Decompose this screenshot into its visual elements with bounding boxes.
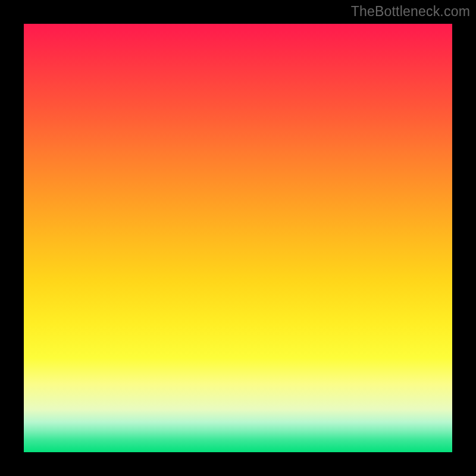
chart-frame: TheBottleneck.com [0, 0, 476, 476]
plot-area [24, 24, 452, 452]
heat-gradient-background [24, 24, 452, 452]
watermark-text: TheBottleneck.com [351, 4, 470, 20]
